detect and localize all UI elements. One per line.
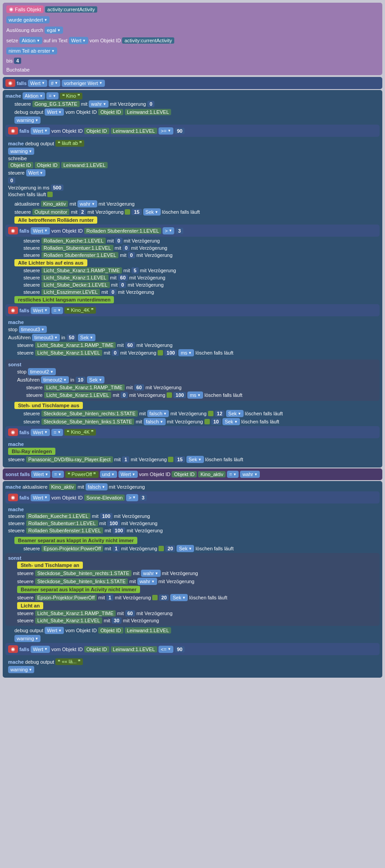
- aktion-dropdown[interactable]: Aktion ▼: [19, 37, 42, 44]
- aktion-dd[interactable]: Aktion ▼: [23, 92, 45, 99]
- sonst-level-check[interactable]: [167, 392, 172, 398]
- sd0-sek-dd[interactable]: Sek ▼: [226, 410, 244, 417]
- fl2-lte-dd[interactable]: <= ▼: [159, 646, 173, 653]
- ms-dd[interactable]: ms ▼: [178, 349, 194, 356]
- kino4k2-eq-dd[interactable]: = ▼: [51, 429, 63, 436]
- akt2-kino-aktiv[interactable]: Kino_aktiv: [49, 484, 77, 490]
- epson-id[interactable]: Epson-Projektor:PowerOff: [41, 545, 104, 552]
- l0-id[interactable]: Licht_Stube_Kranz:1.RAMP_TIME: [41, 267, 122, 274]
- sf-wert-dd[interactable]: Wert ▼: [31, 471, 50, 478]
- kino-aktiv-id[interactable]: Kino_aktiv: [41, 201, 68, 207]
- sf-gte-dd[interactable]: = ▼: [227, 471, 239, 478]
- rh2-id[interactable]: Rolladen Stubenfenster:1.LEVEL: [26, 527, 103, 534]
- level-check[interactable]: [158, 350, 163, 355]
- akt-wahr-dd[interactable]: wahr ▼: [77, 200, 97, 207]
- schreibe-leinwand-id[interactable]: Objekt ID: [35, 162, 60, 168]
- gong-id[interactable]: Gong_EG.1.STATE: [32, 101, 80, 107]
- sonst-level-id[interactable]: Licht_Stube_Kranz:1.LEVEL: [44, 392, 111, 398]
- losch-checkbox[interactable]: [47, 192, 53, 197]
- sd1-falsch-dd[interactable]: falsch ▼: [144, 418, 166, 425]
- bluray-id[interactable]: Panasonic_DVD/Blu-ray_Player.Eject: [26, 456, 113, 463]
- la0-id[interactable]: Licht_Stube_Kranz:1.RAMP_TIME: [35, 610, 116, 616]
- egal-dropdown[interactable]: egal ▼: [45, 27, 63, 34]
- epson2-check[interactable]: [152, 595, 158, 600]
- leinwand-id1[interactable]: Leinwand:1.LEVEL: [125, 109, 172, 115]
- rl0-id[interactable]: Rolladen_Kueche:1.LEVEL: [41, 238, 106, 244]
- steuere-dd[interactable]: Wert ▼: [26, 169, 45, 176]
- sonne-gte-dd[interactable]: > ▼: [126, 494, 138, 501]
- gte-dd[interactable]: >= ▼: [159, 127, 173, 135]
- sd1-check[interactable]: [204, 419, 210, 424]
- warning-dd4[interactable]: warning ▼: [8, 666, 34, 673]
- rollladen-wert-dd[interactable]: Wert ▼: [31, 227, 50, 234]
- sf-eq-dd[interactable]: = ▼: [52, 471, 63, 478]
- vor-wert-dd[interactable]: vorheriger Wert ▼: [62, 80, 105, 87]
- fl2-leinwand[interactable]: Leinwand:1.LEVEL: [111, 646, 158, 652]
- nimm-teil-dropdown[interactable]: nimm Teil ab erster ▼: [6, 47, 57, 54]
- sonne-wert-dd[interactable]: Wert ▼: [31, 494, 50, 501]
- timeout2-2-dd[interactable]: timeout2 ▼: [41, 376, 69, 383]
- timeout3-2-dd[interactable]: timeout3 ▼: [32, 334, 60, 341]
- sonst-ms-dd[interactable]: ms ▼: [187, 391, 203, 399]
- activity-id-pill[interactable]: activity:currentActivity: [45, 6, 97, 13]
- rh1-id[interactable]: Rolladen_Stubentuer:1.LEVEL: [26, 520, 98, 526]
- sb1-id[interactable]: Steckdose_Stube_hinten_links:1.STATE: [35, 578, 128, 585]
- debug2-wert-dd[interactable]: Wert ▼: [45, 627, 64, 634]
- output-id[interactable]: Output monitor: [32, 209, 70, 215]
- falls-leinwand-id[interactable]: Leinwand:1.LEVEL: [111, 128, 158, 134]
- ramp-id3[interactable]: Licht_Stube_Kranz:1.RAMP_TIME: [35, 342, 116, 348]
- kino4k2-wert-dd[interactable]: Wert ▼: [31, 429, 50, 436]
- sf-und-dd[interactable]: und ▼: [100, 471, 117, 478]
- sd0-check[interactable]: [208, 411, 213, 416]
- hash-dd[interactable]: # ▼: [49, 80, 60, 87]
- rl2-id[interactable]: Rolladen Stubenfenster:1.LEVEL: [41, 252, 118, 258]
- sd0-id[interactable]: Steckdose_Stube_hinten_rechts:1.STATE: [41, 410, 138, 417]
- debug-wert-dd[interactable]: Wert ▼: [45, 108, 64, 116]
- sf-wert2-dd[interactable]: Wert ▼: [118, 471, 138, 478]
- sf-wahr-dd[interactable]: wahr ▼: [240, 471, 260, 478]
- l2-id[interactable]: Licht_Stube_Decke:1.LEVEL: [41, 282, 110, 288]
- l3-id[interactable]: Licht_Esszimmer.LEVEL: [41, 289, 100, 295]
- epson2-id[interactable]: Epson-Projektor:PowerOff: [35, 594, 97, 601]
- sek3-dd[interactable]: Sek ▼: [78, 334, 95, 341]
- rollladen-obj-id[interactable]: Rolladen Stubenfenster:1.LEVEL: [84, 228, 161, 234]
- rollladen-gte-dd[interactable]: > ▼: [163, 227, 174, 234]
- debug2-leinwand[interactable]: Leinwand:1.LEVEL: [125, 627, 172, 634]
- warning-dd3[interactable]: warning ▼: [14, 635, 41, 642]
- timeout3-dd[interactable]: timeout3 ▼: [19, 326, 47, 333]
- eq-dd[interactable]: = ▼: [46, 92, 58, 99]
- sd1-sek-dd[interactable]: Sek ▼: [222, 418, 240, 425]
- wahr-dd[interactable]: wahr ▼: [89, 100, 109, 108]
- epson-sek-dd[interactable]: Sek ▼: [177, 545, 194, 552]
- sonst-ramp-id[interactable]: Licht_Stube_Kranz:1.RAMP_TIME: [44, 384, 125, 391]
- sb0-wahr-dd[interactable]: wahr ▼: [141, 570, 161, 577]
- activity-id-pill2[interactable]: activity:currentActivity: [122, 37, 174, 44]
- sb0-id[interactable]: Steckdose_Stube_hinten_rechts:1.STATE: [35, 570, 131, 576]
- sd1-id[interactable]: Steckdose_Stube_hinten_links:1.STATE: [41, 418, 135, 425]
- epson-check[interactable]: [159, 546, 164, 551]
- wert-dd[interactable]: Wert ▼: [28, 80, 47, 87]
- fl2-wert-dd[interactable]: Wert ▼: [31, 646, 50, 653]
- la1-id[interactable]: Licht_Stube_Kranz:1.LEVEL: [35, 617, 102, 624]
- falls-objekt-pill[interactable]: ◉ Falls Objekt: [6, 5, 44, 13]
- output-check[interactable]: [125, 209, 130, 215]
- sf-kino-aktiv[interactable]: Kino_aktiv: [198, 471, 226, 477]
- bluray-sek-dd[interactable]: Sek ▼: [186, 456, 204, 463]
- wert-dropdown[interactable]: Wert ▼: [69, 37, 88, 44]
- timeout2-dd[interactable]: timeout2 ▼: [28, 368, 56, 375]
- kino4k-wert-dd[interactable]: Wert ▼: [31, 307, 50, 314]
- kino4k-eq-dd[interactable]: = ▼: [51, 307, 63, 314]
- rl1-id[interactable]: Rolladen_Stubentuer:1.LEVEL: [41, 245, 113, 251]
- akt2-falsch-dd[interactable]: falsch ▼: [86, 483, 108, 490]
- schreibe-leinwand-level[interactable]: Leinwand:1.LEVEL: [61, 162, 108, 168]
- wurde-geandert-dropdown[interactable]: wurde geändert ▼: [6, 16, 50, 23]
- warning-dd2[interactable]: warning ▼: [8, 148, 34, 155]
- sb1-wahr-dd[interactable]: wahr ▼: [137, 578, 157, 585]
- level-id3[interactable]: Licht_Stube_Kranz:1.LEVEL: [35, 350, 102, 356]
- falls-wert-dd[interactable]: Wert ▼: [31, 127, 50, 135]
- sek-dd[interactable]: Sek ▼: [143, 208, 161, 216]
- l1-id[interactable]: Licht_Stube_Kranz:1.LEVEL: [41, 274, 109, 281]
- warning-dd1[interactable]: warning ▼: [14, 117, 41, 124]
- sonne-id[interactable]: Sonne-Elevation: [84, 495, 125, 501]
- rh0-id[interactable]: Rolladen_Kueche:1.LEVEL: [26, 513, 91, 519]
